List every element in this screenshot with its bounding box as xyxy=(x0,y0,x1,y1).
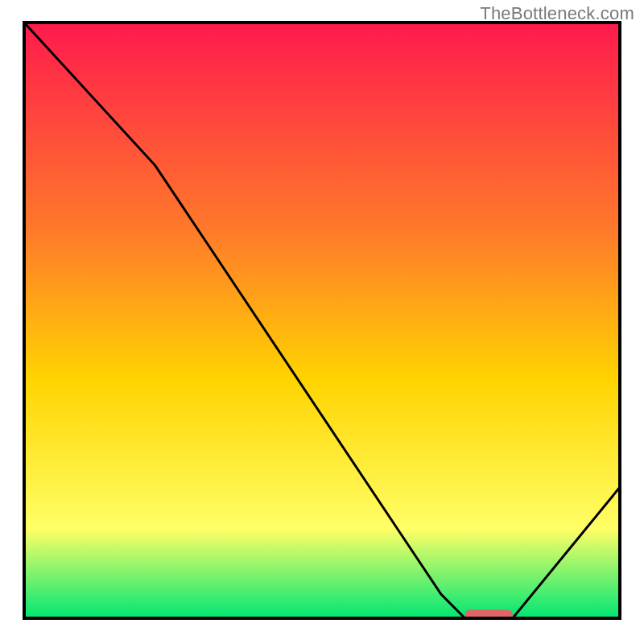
chart-svg xyxy=(0,0,644,644)
heat-gradient-background xyxy=(24,23,620,618)
watermark-text: TheBottleneck.com xyxy=(480,3,634,24)
chart-container: TheBottleneck.com xyxy=(0,0,644,644)
